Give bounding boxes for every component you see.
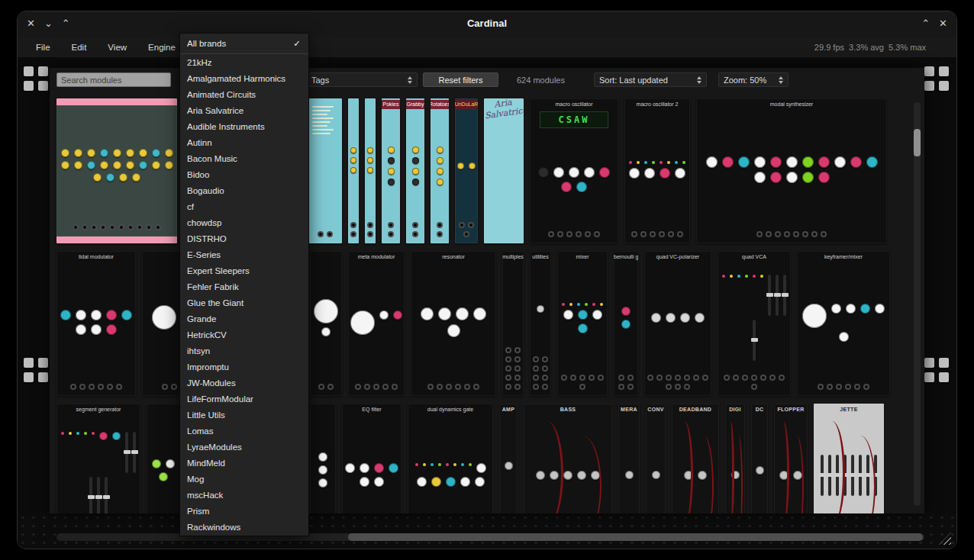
module-card-digi[interactable]: DIGI bbox=[725, 404, 745, 513]
brand-item[interactable]: Little Utils bbox=[180, 407, 308, 423]
brand-item[interactable]: chowdsp bbox=[180, 214, 308, 230]
chevron-up-icon[interactable]: ⌃ bbox=[921, 17, 930, 31]
brand-item[interactable]: Audible Instruments bbox=[180, 118, 308, 134]
module-card[interactable] bbox=[310, 404, 336, 513]
brand-item[interactable]: Autinn bbox=[180, 134, 308, 150]
module-card-rotatoes[interactable]: Rotatoes bbox=[431, 98, 449, 243]
brand-item[interactable]: Expert Sleepers bbox=[180, 262, 308, 278]
brand-item[interactable]: Bogaudio bbox=[180, 182, 308, 198]
brand-item[interactable]: E-Series bbox=[180, 246, 308, 262]
close-icon[interactable]: ✕ bbox=[27, 17, 35, 31]
module-card-dual-dynamics-gate[interactable]: dual dynamics gate bbox=[408, 404, 493, 513]
module-card-bernoulli-gate[interactable]: bernoulli gate bbox=[614, 251, 638, 396]
module-card-flopper[interactable]: FLOPPER bbox=[774, 404, 808, 513]
brand-item[interactable]: 21kHz bbox=[180, 54, 308, 70]
module-card-tidal-modulator[interactable]: tidal modulator bbox=[56, 251, 136, 396]
vertical-scrollbar[interactable] bbox=[914, 102, 921, 506]
brand-item[interactable]: mscHack bbox=[180, 487, 308, 503]
knob bbox=[475, 477, 485, 487]
brand-item[interactable]: Impromptu bbox=[180, 359, 308, 375]
module-card-jette[interactable]: JETTE bbox=[814, 404, 884, 513]
menubar-item-engine[interactable]: Engine bbox=[140, 40, 183, 54]
knob bbox=[412, 179, 419, 185]
menubar-item-edit[interactable]: Edit bbox=[64, 40, 95, 54]
module-card[interactable]: Aria Salvatrice bbox=[484, 98, 524, 243]
brand-item[interactable]: Animated Circuits bbox=[180, 86, 308, 102]
brand-item[interactable]: ihtsyn bbox=[180, 343, 308, 359]
brand-item[interactable]: Glue the Giant bbox=[180, 294, 308, 311]
module-title: DIGI bbox=[725, 404, 745, 414]
module-card[interactable] bbox=[147, 404, 180, 513]
brand-item[interactable]: Rackwindows bbox=[180, 519, 308, 535]
module-card-macro-oscillator-2[interactable]: macro oscillator 2 bbox=[624, 98, 690, 243]
brand-item[interactable]: LifeFormModular bbox=[180, 391, 308, 407]
jack-port bbox=[675, 384, 681, 390]
brand-item[interactable]: Prism bbox=[180, 503, 308, 519]
tags-select[interactable]: Tags bbox=[306, 72, 418, 87]
module-card-bass[interactable]: BASS bbox=[524, 404, 612, 513]
jack-port bbox=[355, 384, 361, 390]
jack-port bbox=[98, 384, 104, 390]
module-card-modal-synthesizer[interactable]: modal synthesizer bbox=[696, 98, 887, 243]
knob bbox=[537, 305, 544, 313]
module-card-pokies[interactable]: Pokies bbox=[382, 98, 400, 243]
brand-item[interactable]: Fehler Fabrik bbox=[180, 278, 308, 294]
close-icon[interactable]: ✕ bbox=[939, 17, 947, 31]
module-card-mera[interactable]: MERA bbox=[618, 404, 640, 513]
brand-item[interactable]: cf bbox=[180, 198, 308, 214]
module-card-mixer[interactable]: mixer bbox=[557, 251, 608, 396]
jack-row bbox=[614, 375, 638, 396]
chevron-down-icon[interactable]: ⌄ bbox=[44, 17, 53, 31]
brand-item[interactable]: Bidoo bbox=[180, 166, 308, 182]
module-card-eq-filter[interactable]: EQ filter bbox=[342, 404, 402, 513]
module-card-segment-generator[interactable]: segment generator bbox=[56, 404, 140, 513]
search-input[interactable] bbox=[56, 72, 171, 87]
module-card-resonator[interactable]: resonator bbox=[411, 251, 496, 396]
module-card-keyframer-mixer[interactable]: keyframer/mixer bbox=[797, 251, 890, 396]
brand-item[interactable]: DISTRHO bbox=[180, 230, 308, 246]
module-card[interactable] bbox=[365, 98, 376, 243]
brand-item[interactable]: Bacon Music bbox=[180, 150, 308, 166]
reset-filters-button[interactable]: Reset filters bbox=[423, 72, 498, 87]
brand-item[interactable]: JW-Modules bbox=[180, 375, 308, 391]
brand-item[interactable]: MindMeld bbox=[180, 455, 308, 471]
module-card-deadband[interactable]: DEADBAND bbox=[672, 404, 719, 513]
module-title: MERA bbox=[618, 404, 640, 414]
rack-rail bbox=[924, 66, 950, 101]
module-card[interactable] bbox=[348, 98, 359, 243]
jack-port bbox=[412, 231, 418, 237]
slider bbox=[105, 477, 108, 513]
module-card-quad-vc-polarizer[interactable]: quad VC-polarizer bbox=[644, 251, 711, 396]
module-card-dc[interactable]: DC bbox=[751, 404, 768, 513]
brand-item[interactable]: Grande bbox=[180, 311, 308, 327]
menubar-item-view[interactable]: View bbox=[100, 40, 134, 54]
brand-item-all-brands[interactable]: All brands ✓ bbox=[180, 34, 308, 53]
brand-item[interactable]: HetrickCV bbox=[180, 327, 308, 343]
module-card[interactable] bbox=[308, 98, 342, 243]
module-card[interactable] bbox=[56, 98, 177, 243]
brand-item[interactable]: LyraeModules bbox=[180, 439, 308, 455]
knob bbox=[731, 471, 740, 479]
brand-item[interactable]: Lomas bbox=[180, 423, 308, 439]
module-card-conv[interactable]: CONV bbox=[646, 404, 666, 513]
knob bbox=[367, 147, 373, 153]
module-card-multiples[interactable]: multiples bbox=[502, 251, 524, 396]
module-card-utilities[interactable]: utilities bbox=[530, 251, 551, 396]
module-card-macro-oscillator[interactable]: macro oscillatorCSAW bbox=[530, 98, 618, 243]
brand-item[interactable]: Mog bbox=[180, 471, 308, 487]
module-card-grabby[interactable]: Grabby bbox=[406, 98, 424, 243]
horizontal-scrollbar-thumb[interactable] bbox=[348, 533, 923, 541]
module-card[interactable] bbox=[310, 251, 342, 396]
chevron-up-icon[interactable]: ⌃ bbox=[62, 17, 70, 31]
zoom-select[interactable]: Zoom: 50% bbox=[718, 72, 789, 87]
module-card-meta-modulator[interactable]: meta modulator bbox=[348, 251, 405, 396]
module-card-amp[interactable]: AMP bbox=[499, 404, 518, 513]
menubar-item-file[interactable]: File bbox=[28, 40, 58, 54]
module-card-quad-vca[interactable]: quad VCA bbox=[718, 251, 791, 396]
module-card-undular[interactable]: UnDuLaR bbox=[455, 98, 478, 243]
brand-item[interactable]: Amalgamated Harmonics bbox=[180, 70, 308, 86]
led bbox=[415, 463, 418, 466]
vertical-scrollbar-thumb[interactable] bbox=[914, 129, 921, 156]
sort-select[interactable]: Sort: Last updated bbox=[594, 72, 707, 87]
brand-item[interactable]: Aria Salvatrice bbox=[180, 102, 308, 118]
